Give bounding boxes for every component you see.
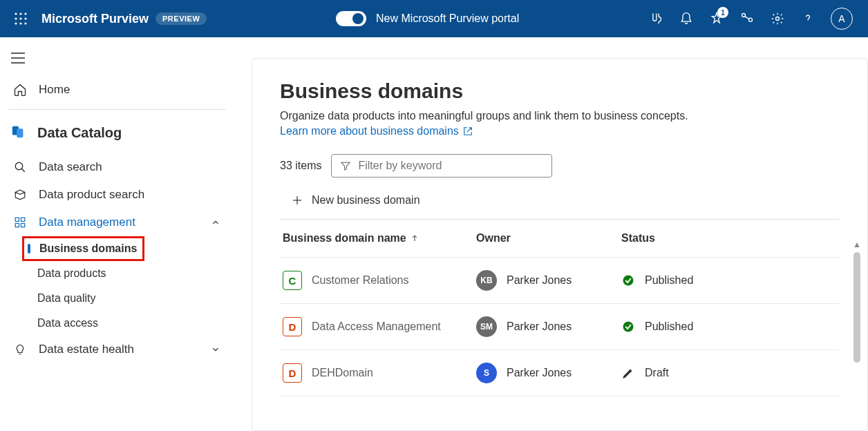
page-description: Organize data products into meaningful g… [280, 110, 840, 122]
learn-more-text: Learn more about business domains [280, 125, 459, 137]
status-cell: Published [621, 320, 760, 334]
check-circle-icon [621, 320, 635, 334]
connectors-icon[interactable] [739, 11, 755, 26]
svg-point-2 [24, 12, 26, 15]
feedback-icon[interactable]: 1 [709, 11, 724, 26]
main-content: Business domains Organize data products … [235, 37, 868, 431]
catalog-icon [11, 124, 26, 142]
svg-point-10 [749, 18, 753, 21]
table-row[interactable]: CCustomer RelationsKBParker JonesPublish… [280, 258, 840, 304]
app-launcher-icon[interactable] [7, 12, 35, 25]
external-link-icon [463, 126, 473, 136]
top-header: Microsoft Purview PREVIEW New Microsoft … [0, 0, 868, 37]
filter-box[interactable] [331, 154, 552, 178]
new-domain-button[interactable]: New business domain [280, 187, 840, 219]
owner-avatar: SM [476, 316, 497, 337]
owner-avatar: S [476, 363, 497, 383]
check-circle-icon [621, 274, 635, 287]
sidebar-label: Data estate health [39, 343, 134, 356]
plus-icon [291, 194, 303, 207]
brand-title[interactable]: Microsoft Purview [41, 12, 149, 26]
lightbulb-icon [12, 343, 28, 356]
new-domain-label: New business domain [312, 194, 420, 207]
help-icon[interactable] [800, 11, 815, 26]
domain-name-cell: CCustomer Relations [283, 271, 476, 290]
sidebar-sub-data-quality[interactable]: Data quality [37, 286, 234, 311]
domain-name: Data Access Management [312, 320, 441, 333]
owner-name: Parker Jones [507, 367, 572, 379]
domain-letter-icon: D [283, 317, 302, 336]
status-cell: Draft [621, 366, 760, 380]
svg-rect-16 [17, 128, 23, 137]
diagnostics-icon[interactable] [648, 11, 663, 26]
svg-point-7 [19, 22, 21, 24]
filter-icon [340, 160, 351, 171]
svg-point-8 [24, 22, 26, 24]
svg-point-11 [776, 17, 780, 21]
sidebar-sub-data-access[interactable]: Data access [37, 311, 234, 336]
sidebar-sub-data-products[interactable]: Data products [37, 261, 234, 286]
status-text: Draft [645, 367, 669, 379]
toolbar: 33 items [280, 154, 840, 178]
sidebar-item-product-search[interactable]: Data product search [0, 181, 234, 209]
svg-rect-19 [15, 218, 19, 221]
box-search-icon [12, 189, 28, 201]
sidebar-item-estate-health[interactable]: Data estate health [0, 336, 234, 363]
sidebar-item-data-management[interactable]: Data management [0, 209, 234, 236]
item-count: 33 items [280, 160, 321, 172]
owner-name: Parker Jones [507, 274, 572, 287]
portal-toggle[interactable] [336, 11, 366, 26]
management-subnav: Business domains Data products Data qual… [0, 236, 234, 336]
col-owner[interactable]: Owner [476, 232, 621, 245]
home-icon [12, 83, 28, 97]
owner-cell: SParker Jones [476, 363, 621, 383]
owner-cell: SMParker Jones [476, 316, 621, 337]
domain-letter-icon: C [283, 271, 302, 290]
management-icon [12, 216, 28, 229]
status-text: Published [645, 274, 693, 287]
notifications-icon[interactable] [679, 11, 694, 26]
page-title: Business domains [280, 79, 840, 103]
table-header: Business domain name Owner Status [280, 220, 840, 258]
notification-badge: 1 [717, 7, 728, 18]
sidebar-item-home[interactable]: Home [0, 76, 234, 104]
svg-rect-22 [21, 224, 25, 227]
user-avatar[interactable]: A [831, 8, 853, 30]
scrollbar-thumb[interactable] [853, 252, 860, 363]
owner-cell: KBParker Jones [476, 270, 621, 291]
col-name[interactable]: Business domain name [283, 232, 476, 245]
col-status[interactable]: Status [621, 232, 760, 245]
svg-point-26 [623, 276, 634, 286]
domain-letter-icon: D [283, 363, 302, 383]
status-text: Published [645, 320, 693, 333]
sidebar: Home Data Catalog Data search Data produ… [0, 37, 235, 431]
svg-point-6 [15, 22, 17, 24]
portal-toggle-label: New Microsoft Purview portal [376, 12, 519, 25]
table-row[interactable]: DDEHDomainSParker JonesDraft [280, 350, 840, 396]
domain-name: Customer Relations [312, 274, 409, 287]
scroll-arrow-up-icon[interactable]: ▲ [853, 240, 861, 249]
domain-name-cell: DDEHDomain [283, 363, 476, 383]
svg-point-27 [623, 322, 634, 332]
svg-point-0 [15, 12, 17, 15]
chevron-down-icon [211, 344, 222, 355]
hamburger-icon[interactable] [0, 48, 234, 76]
preview-badge: PREVIEW [155, 12, 207, 25]
domain-name: DEHDomain [312, 367, 373, 379]
owner-name: Parker Jones [507, 320, 572, 333]
chevron-up-icon [211, 217, 222, 228]
search-icon [12, 161, 28, 173]
table-row[interactable]: DData Access ManagementSMParker JonesPub… [280, 304, 840, 350]
sidebar-label: Data management [39, 216, 135, 229]
svg-rect-20 [21, 218, 25, 221]
filter-input[interactable] [358, 160, 543, 172]
svg-point-4 [19, 17, 21, 19]
sidebar-item-data-search[interactable]: Data search [0, 153, 234, 181]
status-cell: Published [621, 274, 760, 287]
settings-icon[interactable] [770, 11, 785, 26]
sidebar-sub-business-domains[interactable]: Business domains [22, 236, 144, 261]
learn-more-link[interactable]: Learn more about business domains [280, 125, 473, 137]
sidebar-label: Home [39, 83, 70, 97]
sidebar-label: Data product search [39, 188, 144, 202]
divider [8, 109, 226, 110]
